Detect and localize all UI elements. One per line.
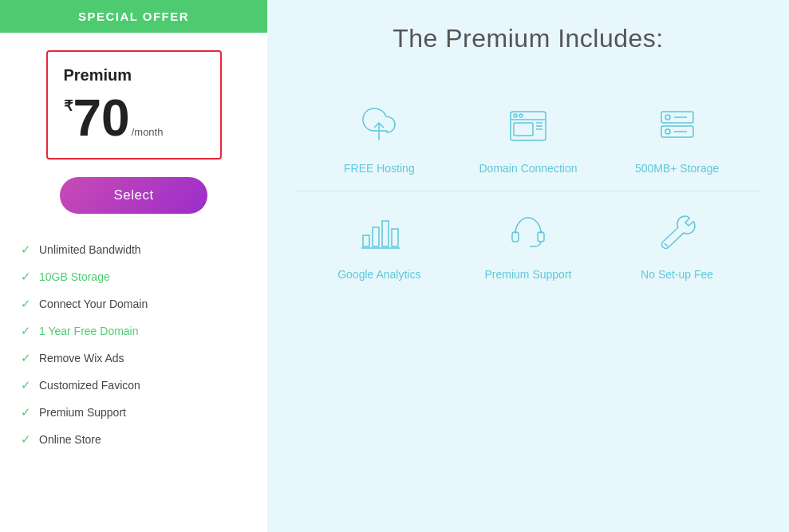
feature-storage: ✓ 10GB Storage [14, 263, 267, 290]
premium-support-icon [503, 207, 553, 257]
premium-support-label: Premium Support [485, 268, 572, 281]
feature-cell-no-setup-fee: No Set-up Fee [621, 207, 733, 281]
free-hosting-label: FREE Hosting [344, 162, 415, 175]
svg-line-22 [665, 243, 668, 246]
select-button[interactable]: Select [60, 177, 207, 214]
feature-online-store: ✓ Online Store [14, 426, 267, 453]
right-panel: The Premium Includes: FREE Hosting [267, 0, 789, 532]
feature-cell-domain-connection: Domain Connection [472, 101, 584, 175]
feature-wix-ads: ✓ Remove Wix Ads [14, 345, 267, 372]
check-icon-premium-support: ✓ [21, 405, 31, 420]
no-setup-fee-icon [653, 207, 702, 257]
feature-cell-premium-support: Premium Support [472, 207, 584, 281]
features-row-2: Google Analytics Premium Support [297, 191, 759, 297]
check-icon-favicon: ✓ [21, 378, 31, 392]
check-icon-wix-ads: ✓ [21, 351, 31, 365]
plan-name: Premium [64, 66, 204, 85]
svg-point-7 [514, 114, 517, 117]
check-icon-domain: ✓ [21, 297, 31, 311]
svg-point-11 [665, 115, 670, 120]
plan-price: ₹ 70 /month [64, 93, 204, 144]
features-row-1: FREE Hosting [297, 85, 759, 191]
svg-rect-18 [392, 229, 398, 246]
domain-connection-label: Domain Connection [479, 162, 578, 175]
storage-label: 500MB+ Storage [635, 162, 719, 175]
features-list: ✓ Unlimited Bandwidth ✓ 10GB Storage ✓ C… [0, 236, 267, 453]
check-icon-storage: ✓ [21, 270, 31, 284]
check-icon-bandwidth: ✓ [21, 242, 31, 257]
free-hosting-icon [354, 101, 404, 151]
features-grid: FREE Hosting [297, 85, 759, 297]
feature-premium-support: ✓ Premium Support [14, 399, 267, 426]
feature-cell-free-hosting: FREE Hosting [323, 101, 435, 175]
feature-bandwidth: ✓ Unlimited Bandwidth [14, 236, 267, 263]
feature-domain: ✓ Connect Your Domain [14, 290, 267, 317]
left-panel: SPECIAL OFFER Premium ₹ 70 /month Select… [0, 0, 267, 532]
feature-cell-analytics: Google Analytics [323, 207, 435, 281]
premium-title: The Premium Includes: [393, 24, 664, 53]
analytics-icon [354, 207, 404, 257]
svg-rect-15 [363, 235, 369, 246]
check-icon-free-domain: ✓ [21, 324, 31, 338]
special-offer-banner: SPECIAL OFFER [0, 0, 267, 33]
check-icon-online-store: ✓ [21, 432, 31, 447]
currency-symbol: ₹ [64, 97, 73, 115]
plan-card: Premium ₹ 70 /month [46, 50, 222, 160]
svg-rect-17 [382, 221, 389, 246]
feature-free-domain: ✓ 1 Year Free Domain [14, 317, 267, 345]
analytics-label: Google Analytics [337, 268, 420, 281]
svg-rect-3 [514, 123, 533, 136]
no-setup-fee-label: No Set-up Fee [641, 268, 713, 281]
svg-point-12 [665, 129, 670, 134]
svg-point-8 [519, 114, 523, 117]
per-month-label: /month [132, 126, 164, 138]
domain-connection-icon [503, 101, 553, 151]
price-amount: 70 [73, 93, 130, 144]
storage-icon [653, 101, 702, 151]
feature-cell-storage: 500MB+ Storage [621, 101, 733, 175]
feature-favicon: ✓ Customized Favicon [14, 372, 267, 399]
svg-rect-16 [373, 227, 379, 246]
